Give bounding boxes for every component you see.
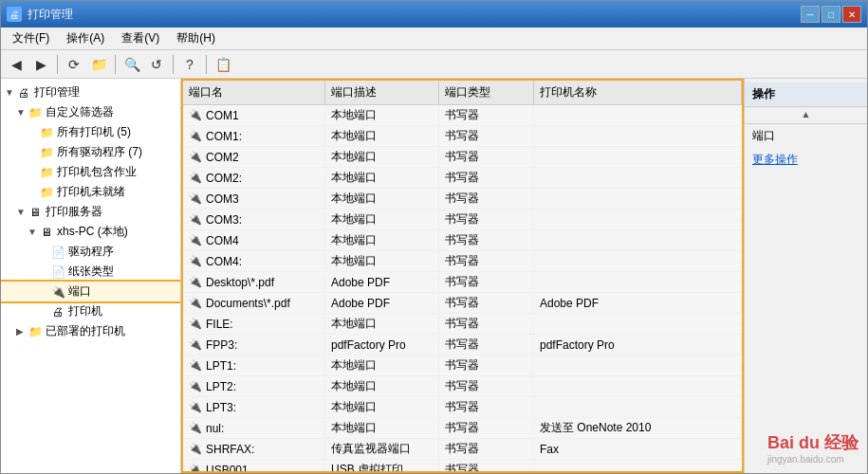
toolbar: ◀ ▶ ⟳ 📁 🔍 ↺ ? 📋: [1, 50, 867, 79]
table-row[interactable]: 🔌 SHRFAX: 传真监视器端口 书写器 Fax: [183, 439, 742, 460]
tree-item-print-mgr[interactable]: ▼ 🖨 打印管理: [1, 82, 180, 102]
header-printer-name[interactable]: 打印机名称: [534, 81, 742, 104]
table-row[interactable]: 🔌 LPT1: 本地端口 书写器: [183, 356, 742, 376]
back-button[interactable]: ◀: [5, 53, 28, 76]
cell-printer-name-16: Fax: [534, 441, 742, 458]
cell-port-desc-4: 本地端口: [325, 189, 439, 209]
label-all-printers: 所有打印机 (5): [57, 124, 131, 140]
port-icon-7: 🔌: [189, 255, 202, 268]
icon-drivers: 📄: [50, 245, 65, 260]
actions-header: 操作: [745, 82, 867, 107]
table-row[interactable]: 🔌 LPT3: 本地端口 书写器: [183, 397, 742, 418]
cell-port-type-9: 书写器: [439, 293, 534, 313]
cell-port-desc-3: 本地端口: [325, 168, 439, 188]
menu-action[interactable]: 操作(A): [59, 28, 112, 48]
label-printer-queue: 打印机包含作业: [57, 164, 137, 180]
port-name-text-14: LPT3:: [206, 401, 236, 414]
cell-printer-name-1: [534, 135, 742, 138]
port-name-text-2: COM2: [206, 151, 239, 164]
more-actions-link[interactable]: 更多操作: [745, 148, 867, 172]
port-name-text-16: SHRFAX:: [206, 443, 254, 456]
port-name-text-17: USB001: [206, 464, 249, 472]
cell-port-type-4: 书写器: [439, 189, 534, 209]
header-port-type[interactable]: 端口类型: [439, 81, 534, 104]
cell-port-desc-13: 本地端口: [325, 376, 439, 396]
port-name-text-9: Documents\*.pdf: [206, 297, 290, 310]
cell-port-type-3: 书写器: [439, 168, 534, 188]
label-deployed: 已部署的打印机: [46, 323, 125, 339]
refresh2-button[interactable]: ↺: [145, 53, 168, 76]
tree-item-printers[interactable]: 🖨 打印机: [1, 301, 180, 321]
menu-help[interactable]: 帮助(H): [169, 28, 223, 48]
cell-port-type-10: 书写器: [439, 314, 534, 334]
cell-port-desc-7: 本地端口: [325, 251, 439, 271]
table-row[interactable]: 🔌 Documents\*.pdf Adobe PDF 书写器 Adobe PD…: [183, 293, 742, 314]
menu-view[interactable]: 查看(V): [114, 28, 167, 48]
table-row[interactable]: 🔌 USB001 USB 虚拟打印... 书写器: [183, 460, 742, 471]
icon-print-mgr: 🖨: [16, 85, 31, 100]
table-row[interactable]: 🔌 COM4: 本地端口 书写器: [183, 251, 742, 272]
table-row[interactable]: 🔌 nul: 本地端口 书写器 发送至 OneNote 2010: [183, 418, 742, 439]
table-row[interactable]: 🔌 LPT2: 本地端口 书写器: [183, 376, 742, 397]
folder-button[interactable]: 📁: [87, 53, 110, 76]
table-row[interactable]: 🔌 FPP3: pdfFactory Pro 书写器 pdfFactory Pr…: [183, 335, 742, 356]
title-bar-buttons: ─ □ ✕: [801, 6, 861, 23]
minimize-button[interactable]: ─: [801, 6, 820, 23]
icon-printer-offline: 📁: [39, 185, 54, 200]
table-row[interactable]: 🔌 COM2: 本地端口 书写器: [183, 168, 742, 189]
tree-panel: ▼ 🖨 打印管理 ▼ 📁 自定义筛选器 📁 所有打印机 (5) 📁 所有驱动程序…: [1, 79, 181, 473]
table-row[interactable]: 🔌 FILE: 本地端口 书写器: [183, 314, 742, 335]
close-button[interactable]: ✕: [842, 6, 861, 23]
tree-item-custom-filter[interactable]: ▼ 📁 自定义筛选器: [1, 102, 180, 122]
forward-button[interactable]: ▶: [29, 53, 52, 76]
table-header: 端口名 端口描述 端口类型 打印机名称: [183, 81, 742, 105]
toolbar-separator-1: [57, 55, 58, 74]
header-port-name[interactable]: 端口名: [183, 81, 325, 104]
actions-sub-header: 端口: [745, 123, 867, 148]
tree-item-printer-queue[interactable]: 📁 打印机包含作业: [1, 162, 180, 182]
refresh-button[interactable]: ⟳: [63, 53, 85, 76]
table-row[interactable]: 🔌 COM1: 本地端口 书写器: [183, 126, 742, 147]
port-icon-11: 🔌: [189, 338, 202, 352]
table-row[interactable]: 🔌 Desktop\*.pdf Adobe PDF 书写器: [183, 272, 742, 293]
table-row[interactable]: 🔌 COM2 本地端口 书写器: [183, 147, 742, 168]
cell-port-desc-15: 本地端口: [325, 418, 439, 438]
tree-item-xhs-pc[interactable]: ▼ 🖥 xhs-PC (本地): [1, 222, 180, 242]
help-button[interactable]: ?: [178, 53, 201, 76]
port-name-text-0: COM1: [206, 109, 239, 122]
tree-item-ports[interactable]: 🔌 端口: [1, 282, 180, 301]
cell-port-name-2: 🔌 COM2: [183, 149, 325, 166]
table-row[interactable]: 🔌 COM1 本地端口 书写器: [183, 105, 742, 126]
port-icon-3: 🔌: [189, 172, 202, 185]
scroll-up-arrow[interactable]: ▲: [745, 107, 867, 121]
tree-item-print-servers[interactable]: ▼ 🖥 打印服务器: [1, 202, 180, 222]
maximize-button[interactable]: □: [822, 6, 840, 23]
label-all-drivers: 所有驱动程序 (7): [57, 144, 142, 160]
ports-table-panel: 端口名 端口描述 端口类型 打印机名称 🔌 COM1 本地端口 书写器 🔌 CO…: [181, 79, 744, 473]
export-button[interactable]: 📋: [212, 53, 234, 76]
arrow-print-servers: ▼: [16, 207, 28, 217]
port-icon-16: 🔌: [189, 443, 202, 456]
cell-port-type-1: 书写器: [439, 126, 534, 146]
view-button[interactable]: 🔍: [120, 53, 143, 76]
tree-item-deployed[interactable]: ▶ 📁 已部署的打印机: [1, 321, 180, 341]
table-row[interactable]: 🔌 COM3: 本地端口 书写器: [183, 210, 742, 230]
icon-ports: 🔌: [50, 284, 65, 300]
tree-item-all-printers[interactable]: 📁 所有打印机 (5): [1, 122, 180, 142]
cell-printer-name-11: pdfFactory Pro: [534, 337, 742, 354]
port-icon-6: 🔌: [189, 234, 202, 247]
header-port-desc[interactable]: 端口描述: [325, 81, 439, 104]
tree-item-paper-types[interactable]: 📄 纸张类型: [1, 262, 180, 282]
menu-file[interactable]: 文件(F): [5, 28, 57, 48]
tree-item-all-drivers[interactable]: 📁 所有驱动程序 (7): [1, 142, 180, 162]
table-row[interactable]: 🔌 COM3 本地端口 书写器: [183, 189, 742, 210]
port-name-text-10: FILE:: [206, 318, 233, 331]
tree-item-printer-offline[interactable]: 📁 打印机未就绪: [1, 182, 180, 202]
label-xhs-pc: xhs-PC (本地): [57, 224, 128, 240]
table-row[interactable]: 🔌 COM4 本地端口 书写器: [183, 230, 742, 251]
icon-all-printers: 📁: [39, 125, 54, 140]
tree-item-drivers[interactable]: 📄 驱动程序: [1, 242, 180, 262]
icon-xhs-pc: 🖥: [39, 225, 54, 240]
arrow-custom-filter: ▼: [16, 107, 28, 118]
cell-port-name-6: 🔌 COM4: [183, 232, 325, 249]
